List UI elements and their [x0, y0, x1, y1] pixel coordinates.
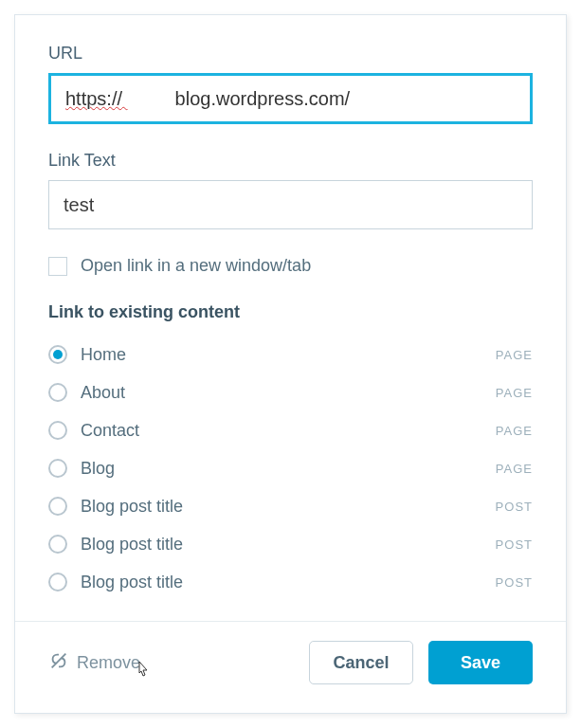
content-item-type: POST: [496, 500, 533, 514]
remove-label: Remove: [77, 653, 140, 673]
content-item-type: POST: [496, 575, 533, 590]
content-item-title: Blog post title: [81, 573, 183, 592]
remove-button[interactable]: Remove: [48, 650, 140, 676]
content-item-title: Home: [81, 345, 126, 365]
content-item-radio[interactable]: [48, 459, 67, 478]
url-label: URL: [48, 44, 533, 64]
dialog-footer: Remove Cancel Save: [15, 621, 566, 713]
content-item-title: Blog post title: [81, 497, 183, 517]
url-input[interactable]: https:// blog.wordpress.com/: [48, 73, 533, 124]
open-new-tab-label: Open link in a new window/tab: [81, 256, 311, 276]
url-input-domain: blog.wordpress.com/: [175, 88, 351, 110]
cancel-button[interactable]: Cancel: [309, 641, 413, 684]
unlink-icon: [48, 650, 69, 676]
content-item-type: PAGE: [496, 462, 533, 476]
cursor-pointer-icon: [134, 660, 153, 687]
content-item[interactable]: ContactPAGE: [48, 411, 533, 449]
open-new-tab-checkbox[interactable]: [48, 257, 67, 276]
content-item-radio[interactable]: [48, 345, 67, 364]
content-item-radio[interactable]: [48, 421, 67, 440]
link-dialog: URL https:// blog.wordpress.com/ Link Te…: [14, 14, 567, 714]
content-item-radio[interactable]: [48, 383, 67, 402]
save-button[interactable]: Save: [428, 641, 533, 684]
content-item-type: PAGE: [496, 348, 533, 362]
content-item[interactable]: Blog post titlePOST: [48, 563, 533, 601]
content-item[interactable]: AboutPAGE: [48, 373, 533, 411]
url-input-prefix: https://: [65, 88, 128, 110]
linktext-input[interactable]: [48, 180, 533, 229]
content-item[interactable]: HomePAGE: [48, 336, 533, 373]
content-item-title: Contact: [81, 421, 139, 441]
content-item-radio[interactable]: [48, 535, 67, 554]
existing-content-list: HomePAGEAboutPAGEContactPAGEBlogPAGEBlog…: [48, 336, 533, 601]
content-item-type: PAGE: [496, 424, 533, 438]
content-item-radio[interactable]: [48, 573, 67, 592]
content-item-title: Blog: [81, 459, 115, 479]
content-item-title: About: [81, 383, 125, 403]
content-item[interactable]: Blog post titlePOST: [48, 525, 533, 563]
linktext-label: Link Text: [48, 151, 533, 171]
content-item-radio[interactable]: [48, 497, 67, 516]
content-item-type: PAGE: [496, 386, 533, 400]
existing-content-heading: Link to existing content: [48, 302, 533, 322]
content-item[interactable]: BlogPAGE: [48, 449, 533, 487]
content-item[interactable]: Blog post titlePOST: [48, 487, 533, 525]
content-item-type: POST: [496, 537, 533, 552]
content-item-title: Blog post title: [81, 535, 183, 555]
